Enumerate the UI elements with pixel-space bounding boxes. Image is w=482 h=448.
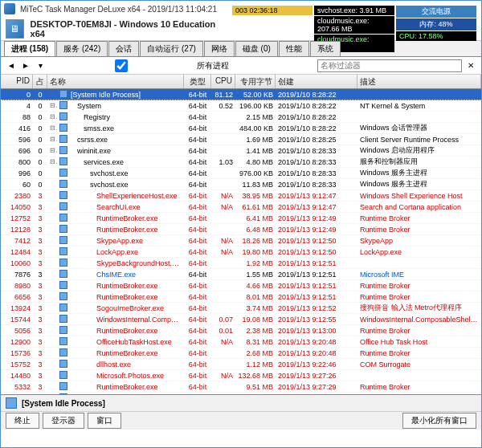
process-icon xyxy=(59,135,67,143)
table-row[interactable]: 121283RuntimeBroker.exe64-bit6.48 MB2019… xyxy=(1,224,481,235)
tab-27[interactable]: 自动运行 (27) xyxy=(140,41,203,56)
tab-[interactable]: 网络 xyxy=(204,41,235,56)
tree-toggle-icon[interactable]: ⊟ xyxy=(47,102,57,109)
tree-toggle-icon[interactable]: ⊟ xyxy=(47,147,57,154)
table-row[interactable]: 00⊟[System Idle Process]64-bit81.1252.00… xyxy=(1,89,481,100)
table-row[interactable]: 129003OfficeHubTaskHost.exe64-bitN/A8.31… xyxy=(1,336,481,348)
process-icon xyxy=(59,382,67,390)
process-icon xyxy=(59,259,67,267)
svchost-badge: svchost.exe: 3.91 MB xyxy=(314,6,394,15)
name-filter-input[interactable] xyxy=(317,59,462,72)
footer: [System Idle Process] 终止 登示器 窗口 最小化所有窗口 xyxy=(1,394,481,430)
filter-row: ◄ ► ▾ 所有进程 ✕ xyxy=(1,57,481,75)
computer-icon: 🖥 xyxy=(6,19,24,39)
process-icon xyxy=(59,112,67,120)
cloud1-badge: cloudmusic.exe: 207.66 MB xyxy=(314,16,394,34)
process-icon xyxy=(59,315,67,323)
table-row[interactable]: 157443WindowsInternal.ComposableShell.Ex… xyxy=(1,314,481,325)
table-row[interactable]: 5960⊟csrss.exe64-bit1.69 MB2019/1/10 8:2… xyxy=(1,134,481,145)
process-grid[interactable]: 00⊟[System Idle Process]64-bit81.1252.00… xyxy=(1,89,481,394)
process-icon xyxy=(59,326,67,334)
table-row[interactable]: 53323RuntimeBroker.exe64-bit9.51 MB2019/… xyxy=(1,381,481,393)
col-time[interactable]: 创建 xyxy=(276,75,357,88)
all-processes-checkbox[interactable] xyxy=(49,59,194,72)
minimize-all-button[interactable]: 最小化所有窗口 xyxy=(402,413,476,429)
table-row[interactable]: 23803ShellExperienceHost.exe64-bitN/A38.… xyxy=(1,190,481,202)
col-bit[interactable]: 类型 xyxy=(184,75,211,88)
table-row[interactable]: 4160⊟smss.exe64-bit484.00 KB2019/1/10 8:… xyxy=(1,123,481,134)
window-button[interactable]: 窗口 xyxy=(88,413,121,429)
process-icon xyxy=(59,393,67,395)
table-row[interactable]: 9960svchost.exe64-bit976.00 KB2019/1/10 … xyxy=(1,168,481,179)
selected-process-name: [System Idle Process] xyxy=(22,399,105,408)
tab-[interactable]: 会话 xyxy=(108,41,139,56)
process-icon xyxy=(59,202,67,210)
table-row[interactable]: 6960⊟wininit.exe64-bit1.41 MB2019/1/10 8… xyxy=(1,145,481,157)
process-icon xyxy=(59,303,67,312)
process-icon xyxy=(59,90,67,98)
col-cpu[interactable]: CPU xyxy=(211,75,235,88)
process-icon xyxy=(59,360,67,368)
tree-toggle-icon[interactable]: ⊟ xyxy=(47,113,57,120)
table-row[interactable]: 50563RuntimeBroker.exe64-bit0.012.38 MB2… xyxy=(1,325,481,336)
process-icon xyxy=(59,292,67,300)
tab-158[interactable]: 进程 (158) xyxy=(4,41,55,56)
button-bar: 终止 登示器 窗口 最小化所有窗口 xyxy=(1,412,481,430)
all-processes-label: 所有进程 xyxy=(197,60,229,71)
tree-toggle-icon[interactable]: ⊟ xyxy=(47,136,57,143)
nav-back-icon[interactable]: ◄ xyxy=(6,60,17,71)
detect-button[interactable]: 登示器 xyxy=(43,413,84,429)
table-row[interactable]: 140503SearchUI.exe64-bitN/A61.61 MB2019/… xyxy=(1,202,481,213)
power-badge: 交流电源 xyxy=(396,6,476,18)
table-row[interactable]: 157523dllhost.exe64-bit1.12 MB2019/1/13 … xyxy=(1,359,481,370)
col-name[interactable]: 名称 xyxy=(47,75,184,88)
process-icon xyxy=(59,169,67,177)
tab-[interactable]: 系统 xyxy=(310,41,341,56)
table-row[interactable]: 8000⊟services.exe64-bit1.034.80 MB2019/1… xyxy=(1,157,481,168)
tab-0[interactable]: 磁盘 (0) xyxy=(235,41,278,56)
table-row[interactable]: 144803Microsoft.Photos.exe64-bitN/A132.6… xyxy=(1,370,481,381)
tree-toggle-icon[interactable]: ⊟ xyxy=(47,158,57,165)
dropdown-icon[interactable]: ▾ xyxy=(35,60,46,71)
col-mem[interactable]: 专用字节 xyxy=(235,75,276,88)
host-bar: 🖥 DESKTOP-T0EM8JI - Windows 10 Education… xyxy=(1,17,481,41)
table-row[interactable]: 127523RuntimeBroker.exe64-bit6.41 MB2019… xyxy=(1,213,481,224)
col-idx[interactable]: 占 xyxy=(33,75,47,88)
process-icon xyxy=(59,236,67,244)
table-row[interactable]: 880⊟Registry64-bit2.15 MB2019/1/10 8:28:… xyxy=(1,112,481,123)
clear-filter-icon[interactable]: ✕ xyxy=(465,60,476,71)
table-row[interactable]: 139243SogouImeBroker.exe64-bit3.74 MB201… xyxy=(1,303,481,314)
process-icon xyxy=(59,348,67,356)
process-icon xyxy=(59,101,67,109)
table-row[interactable]: 136083WmiPrvSE.exe32-bit11.52 MB2019/1/1… xyxy=(1,393,481,394)
process-icon xyxy=(59,191,67,199)
table-row[interactable]: 66563RuntimeBroker.exe64-bit8.01 MB2019/… xyxy=(1,291,481,303)
table-row[interactable]: 100603SkypeBackgroundHost.exe64-bit1.92 … xyxy=(1,258,481,269)
cpu-badge: CPU: 17.58% xyxy=(396,31,476,41)
table-row[interactable]: 124843LockApp.exe64-bitN/A19.80 MB2019/1… xyxy=(1,246,481,258)
nav-fwd-icon[interactable]: ► xyxy=(20,60,31,71)
table-row[interactable]: 78763ChsIME.exe64-bit1.55 MB2019/1/13 9:… xyxy=(1,269,481,280)
tree-toggle-icon[interactable]: ⊟ xyxy=(47,91,57,98)
process-icon xyxy=(6,397,17,409)
process-icon xyxy=(59,337,67,345)
process-icon xyxy=(59,281,67,289)
end-button[interactable]: 终止 xyxy=(6,413,39,429)
col-desc[interactable]: 描述 xyxy=(357,75,481,88)
table-row[interactable]: 89803RuntimeBroker.exe64-bit4.66 MB2019/… xyxy=(1,280,481,291)
table-row[interactable]: 40⊟System64-bit0.52196.00 KB2019/1/10 8:… xyxy=(1,100,481,112)
host-name: DESKTOP-T0EM8JI - Windows 10 Education x… xyxy=(31,19,219,39)
tab-[interactable]: 性能 xyxy=(279,41,309,56)
table-row[interactable]: 157363RuntimeBroker.exe64-bit2.68 MB2019… xyxy=(1,348,481,359)
col-pid[interactable]: PID xyxy=(1,75,33,88)
selected-process-bar: [System Idle Process] xyxy=(1,395,481,412)
table-row[interactable]: 74123SkypeApp.exe64-bitN/A18.26 MB2019/1… xyxy=(1,235,481,246)
app-icon xyxy=(4,3,15,14)
process-icon xyxy=(59,247,67,255)
column-headers: PID 占 名称 类型 CPU 专用字节 创建 描述 xyxy=(1,75,481,89)
process-icon xyxy=(59,270,67,278)
process-icon xyxy=(59,124,67,132)
tree-toggle-icon[interactable]: ⊟ xyxy=(47,124,57,132)
table-row[interactable]: 600svchost.exe64-bit11.83 MB2019/1/10 8:… xyxy=(1,179,481,190)
tab-242[interactable]: 服务 (242) xyxy=(56,41,108,56)
